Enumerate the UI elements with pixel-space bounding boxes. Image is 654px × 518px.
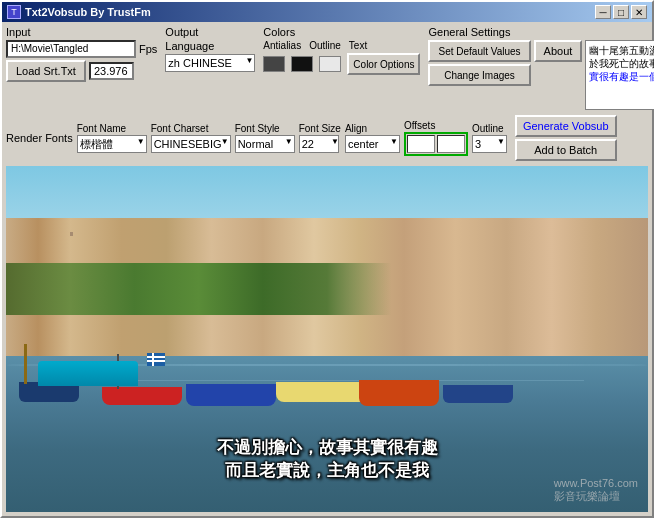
output-label: Output — [165, 26, 255, 38]
boat-5 — [359, 380, 439, 406]
align-select-wrapper: center — [345, 135, 400, 153]
outline-select-wrapper: 3 — [472, 135, 507, 153]
fps-label: Fps — [139, 43, 157, 55]
render-fonts-label: Render Fonts — [6, 132, 73, 144]
language-select[interactable]: zh CHINESE — [165, 54, 255, 72]
window-title: Txt2Vobsub By TrustFm — [25, 6, 151, 18]
flag-cross-v — [152, 353, 154, 366]
minimize-button[interactable]: ─ — [595, 5, 611, 19]
close-button[interactable]: ✕ — [631, 5, 647, 19]
outline-col: Outline 3 — [472, 123, 507, 153]
input-label: Input — [6, 26, 157, 38]
font-charset-col: Font Charset CHINESEBIG — [151, 123, 231, 153]
font-name-col: Font Name 標楷體 — [77, 123, 147, 153]
offset-x-input[interactable] — [407, 135, 435, 153]
font-size-col: Font Size 22 — [299, 123, 341, 153]
top-section: Input H:\Movie\Tangled Fps Load Srt.Txt … — [6, 26, 648, 110]
greek-flag — [147, 353, 165, 366]
boat-3 — [186, 384, 276, 406]
watermark-desc: 影音玩樂論壇 — [554, 489, 638, 504]
about-button[interactable]: About — [534, 40, 583, 62]
font-name-select[interactable]: 標楷體 — [77, 135, 147, 153]
colors-section: Colors Antialias Outline Text Color Opti… — [263, 26, 420, 75]
boats-area — [6, 287, 648, 408]
watermark-site: www.Post76.com — [554, 477, 638, 489]
font-style-select[interactable]: Normal — [235, 135, 295, 153]
subtitle-line-2: 而且老實說，主角也不是我 — [6, 459, 648, 482]
text-color-swatch[interactable] — [319, 56, 341, 72]
output-section: Output Language zh CHINESE — [165, 26, 255, 72]
general-settings-label: General Settings — [428, 26, 654, 38]
main-content: Input H:\Movie\Tangled Fps Load Srt.Txt … — [2, 22, 652, 516]
title-bar: T Txt2Vobsub By TrustFm ─ □ ✕ — [2, 2, 652, 22]
input-controls-row: Load Srt.Txt 23.976 — [6, 60, 157, 82]
preview-text-1: 幽十尾第五動盪長耳），這是一個關於我死亡的故事 — [589, 45, 654, 69]
outline-color-label: Outline — [309, 40, 341, 51]
font-size-label: Font Size — [299, 123, 341, 134]
subtitle-line-1: 不過別擔心，故事其實很有趣 — [6, 436, 648, 459]
offsets-label: Offsets — [404, 120, 468, 131]
fps-field[interactable]: 23.976 — [89, 62, 134, 80]
mast-1 — [24, 344, 27, 384]
font-size-select[interactable]: 22 — [299, 135, 339, 153]
font-charset-select[interactable]: CHINESEBIG — [151, 135, 231, 153]
general-settings-controls: Set Default Values Change Images About 幽… — [428, 40, 654, 110]
watermark: www.Post76.com 影音玩樂論壇 — [554, 477, 638, 504]
offsets-col: Offsets — [404, 120, 468, 156]
font-name-select-wrapper: 標楷體 — [77, 135, 147, 153]
input-path-row: H:\Movie\Tangled Fps — [6, 40, 157, 58]
font-name-label: Font Name — [77, 123, 147, 134]
text-color-label: Text — [349, 40, 367, 51]
input-path-field[interactable]: H:\Movie\Tangled — [6, 40, 136, 58]
change-images-button[interactable]: Change Images — [428, 64, 530, 86]
font-style-select-wrapper: Normal — [235, 135, 295, 153]
generate-vobsub-button[interactable]: Generate Vobsub — [515, 115, 617, 137]
title-bar-controls: ─ □ ✕ — [595, 5, 647, 19]
image-area: 不過別擔心，故事其實很有趣 而且老實說，主角也不是我 www.Post76.co… — [6, 166, 648, 512]
general-settings-buttons: Set Default Values Change Images — [428, 40, 530, 86]
offsets-inputs — [404, 132, 468, 156]
colors-labels-row: Antialias Outline Text — [263, 40, 420, 51]
language-select-wrapper: zh CHINESE — [165, 54, 255, 72]
maximize-button[interactable]: □ — [613, 5, 629, 19]
outline-render-label: Outline — [472, 123, 507, 134]
set-default-button[interactable]: Set Default Values — [428, 40, 530, 62]
outline-color-swatch[interactable] — [291, 56, 313, 72]
harbor-scene: 不過別擔心，故事其實很有趣 而且老實說，主角也不是我 www.Post76.co… — [6, 166, 648, 512]
align-select[interactable]: center — [345, 135, 400, 153]
color-options-button[interactable]: Color Options — [347, 53, 420, 75]
font-charset-select-wrapper: CHINESEBIG — [151, 135, 231, 153]
preview-box: 幽十尾第五動盪長耳），這是一個關於我死亡的故事不過別擔心，故事其實很有趣是一個名… — [585, 40, 654, 110]
flag-stripe-1 — [147, 356, 165, 358]
action-buttons: Generate Vobsub Add to Batch — [515, 115, 617, 161]
input-section: Input H:\Movie\Tangled Fps Load Srt.Txt … — [6, 26, 157, 82]
align-label: Align — [345, 123, 400, 134]
antialias-swatch[interactable] — [263, 56, 285, 72]
app-icon: T — [7, 5, 21, 19]
flag-stripe-2 — [147, 360, 165, 362]
main-window: T Txt2Vobsub By TrustFm ─ □ ✕ Input H:\M… — [0, 0, 654, 518]
align-col: Align center — [345, 123, 400, 153]
colors-swatches-row: Color Options — [263, 53, 420, 75]
title-bar-left: T Txt2Vobsub By TrustFm — [7, 5, 151, 19]
canopy-1 — [38, 361, 138, 386]
boat-2 — [102, 387, 182, 405]
add-to-batch-button[interactable]: Add to Batch — [515, 139, 617, 161]
colors-label: Colors — [263, 26, 420, 38]
font-style-col: Font Style Normal — [235, 123, 295, 153]
render-fonts-section: Render Fonts Font Name 標楷體 Font Charset … — [6, 113, 648, 163]
load-srt-button[interactable]: Load Srt.Txt — [6, 60, 86, 82]
antialias-label: Antialias — [263, 40, 301, 51]
subtitle-overlay: 不過別擔心，故事其實很有趣 而且老實說，主角也不是我 — [6, 436, 648, 482]
outline-select[interactable]: 3 — [472, 135, 507, 153]
font-charset-label: Font Charset — [151, 123, 231, 134]
offset-y-input[interactable] — [437, 135, 465, 153]
boat-6 — [443, 385, 513, 403]
language-label: Language — [165, 40, 255, 52]
font-size-select-wrapper: 22 — [299, 135, 341, 153]
general-settings-section: General Settings Set Default Values Chan… — [428, 26, 654, 110]
window-detail — [70, 232, 73, 236]
font-style-label: Font Style — [235, 123, 295, 134]
